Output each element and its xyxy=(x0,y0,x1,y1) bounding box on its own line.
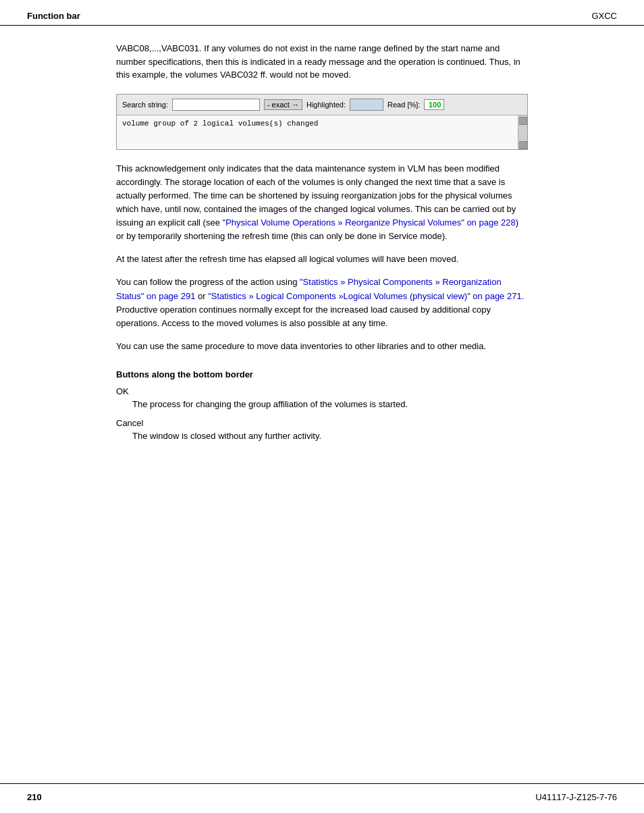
cancel-term: Cancel xyxy=(116,418,528,428)
ok-term: OK xyxy=(116,386,528,396)
cancel-desc: The window is closed without any further… xyxy=(132,429,528,443)
read-label: Read [%]: xyxy=(387,101,420,109)
body-paragraph-4: You can use the same procedure to move d… xyxy=(116,340,528,353)
definition-list: OK The process for changing the group af… xyxy=(116,386,528,442)
ui-mockup: Search string: - exact → Highlighted: Re… xyxy=(116,94,528,150)
header-product: GXCC xyxy=(591,11,617,21)
para3-mid: or xyxy=(195,291,208,301)
header-title: Function bar xyxy=(27,11,80,21)
body-paragraph-1: This acknowledgement only indicates that… xyxy=(116,162,528,244)
page-container: Function bar GXCC VABC08,...,VABC031. If… xyxy=(0,0,644,813)
scrollbar-thumb[interactable] xyxy=(519,117,527,125)
page-header: Function bar GXCC xyxy=(0,0,644,26)
section-heading: Buttons along the bottom border xyxy=(116,369,528,379)
highlighted-label: Highlighted: xyxy=(306,101,346,109)
cancel-definition: Cancel The window is closed without any … xyxy=(116,418,528,443)
exact-button[interactable]: - exact → xyxy=(264,99,302,110)
body-paragraph-3: You can follow the progress of the actio… xyxy=(116,276,528,330)
output-area: volume group of 2 logical volumes(s) cha… xyxy=(117,115,527,149)
para3-start: You can follow the progress of the actio… xyxy=(116,277,300,287)
read-value: 100 xyxy=(424,99,444,110)
search-bar-row: Search string: - exact → Highlighted: Re… xyxy=(117,95,527,115)
page-footer: 210 U41117-J-Z125-7-76 xyxy=(0,783,644,813)
output-text: volume group of 2 logical volumes(s) cha… xyxy=(117,115,518,149)
footer-doc-id: U41117-J-Z125-7-76 xyxy=(535,792,617,802)
link-physical-volume[interactable]: "Physical Volume Operations » Reorganize… xyxy=(223,217,516,228)
footer-page-number: 210 xyxy=(27,792,42,802)
search-input-box[interactable] xyxy=(172,99,260,111)
body-paragraph-2: At the latest after the refresh time has… xyxy=(116,253,528,266)
scrollbar-bottom[interactable] xyxy=(519,141,527,149)
search-label: Search string: xyxy=(122,101,168,109)
scrollbar-area[interactable] xyxy=(518,115,527,149)
intro-paragraph: VABC08,...,VABC031. If any volumes do no… xyxy=(116,42,528,82)
link-statistics-logical[interactable]: "Statistics » Logical Components »Logica… xyxy=(208,291,521,301)
ok-definition: OK The process for changing the group af… xyxy=(116,386,528,411)
highlighted-input[interactable] xyxy=(350,99,383,111)
page-content: VABC08,...,VABC031. If any volumes do no… xyxy=(0,26,644,783)
ok-desc: The process for changing the group affil… xyxy=(132,398,528,411)
